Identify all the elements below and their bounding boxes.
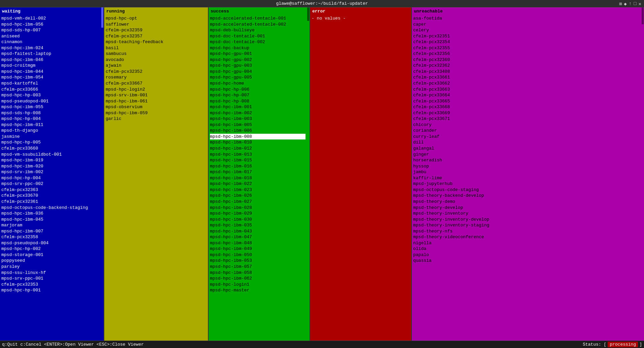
list-item[interactable]: mpsd-hpc-backup — [210, 45, 306, 51]
list-item[interactable]: ajwain — [106, 63, 207, 69]
list-item[interactable]: cfelm-pcx33668 — [413, 104, 640, 110]
list-item[interactable]: mpsd-octopus-code-staging — [413, 187, 640, 193]
list-item[interactable]: mpsd-srv-ibm-002 — [1, 169, 100, 175]
list-item[interactable]: mpsd-croitmgm — [1, 63, 100, 69]
list-item[interactable]: cfelm-pcx32352 — [106, 69, 207, 75]
list-item[interactable]: mpsd-hpc-gpu-003 — [210, 63, 306, 69]
list-item[interactable]: cfelm-pcx32351 — [413, 33, 640, 39]
list-item[interactable]: cfelm-pcx33408 — [413, 69, 640, 75]
list-item[interactable]: aniseed — [1, 33, 100, 39]
list-item[interactable]: mpsd-srv-ibm-001 — [106, 92, 207, 98]
list-item[interactable]: mpsd-hpc-ibm-006 — [210, 128, 306, 134]
list-item[interactable]: mpsd-jupyterhub — [413, 181, 640, 187]
list-item[interactable]: cfelm-pcx32359 — [106, 27, 207, 33]
list-item[interactable]: cfelm-pcx32356 — [413, 51, 640, 57]
list-item[interactable]: mpsd-hpc-ibm-055 — [1, 104, 100, 110]
list-item[interactable]: cfelm-pcx33662 — [413, 81, 640, 87]
list-item[interactable]: mpsd-hpc-ibm-047 — [210, 234, 306, 240]
list-item[interactable]: mpsd-hpc-ibm-026 — [210, 193, 306, 199]
list-item[interactable]: mpsd-hpc-ibm-016 — [210, 163, 306, 169]
list-item[interactable]: mpsd-hpc-hp-004 — [1, 116, 100, 122]
list-item[interactable]: garlic — [106, 116, 207, 122]
list-item[interactable]: celery — [413, 27, 640, 33]
list-item[interactable]: cfelm-pcx33663 — [413, 87, 640, 93]
list-item[interactable]: cfelm-pcx32362 — [413, 63, 640, 69]
list-item[interactable]: mpsd-accelerated-tentacle-002 — [210, 22, 306, 28]
unreachable-scrollbar-thumb[interactable] — [642, 7, 644, 24]
list-item[interactable]: mpsd-hpc-gpu-002 — [210, 57, 306, 63]
list-item[interactable]: mpsd-hpc-ibm-062 — [210, 276, 306, 282]
list-item[interactable]: galangal — [413, 146, 640, 152]
list-item[interactable]: marjoram — [1, 222, 100, 228]
titlebar-controls[interactable]: ⊞ ◆ ↑ □ ✕ — [619, 1, 641, 7]
list-item[interactable]: mpsd-srv-ppc-001 — [1, 276, 100, 282]
list-item[interactable]: mpsd-doc-tentacle-002 — [210, 39, 306, 45]
list-item[interactable]: mpsd-hpc-ibm-058 — [210, 270, 306, 276]
list-item[interactable]: mpsd-hpc-hp-002 — [1, 246, 100, 252]
list-item[interactable]: poppyseed — [1, 258, 100, 264]
list-item[interactable]: horseradish — [413, 157, 640, 163]
list-item[interactable]: mpsd-faitest-laptop — [1, 51, 100, 57]
list-item[interactable]: mpsd-vmh-dell-002 — [1, 15, 100, 22]
list-item[interactable]: mpsd-hpc-login2 — [106, 87, 207, 93]
list-item[interactable]: mpsd-observium — [106, 104, 207, 110]
list-item[interactable]: mpsd-theory-inventory-staging — [413, 222, 640, 228]
list-item[interactable]: mpsd-sds-hp-008 — [1, 110, 100, 116]
list-item[interactable]: parsley — [1, 264, 100, 270]
list-item[interactable]: mpsd-theory-videoconference — [413, 234, 640, 240]
list-item[interactable]: mpsd-hpc-ibm-007 — [1, 228, 100, 234]
list-item[interactable]: cfelm-pcx32354 — [413, 39, 640, 45]
list-item[interactable]: mpsd-hpc-ibm-001 — [210, 104, 306, 110]
list-item[interactable]: mpsd-hpc-ibm-015 — [210, 157, 306, 163]
list-item[interactable]: mpsd-hpc-ibm-005 — [210, 122, 306, 128]
list-item[interactable]: mpsd-hpc-ibm-022 — [210, 181, 306, 187]
list-item[interactable]: mpsd-hpc-ibm-020 — [1, 163, 100, 169]
list-item[interactable]: cfelm-pcx33661 — [413, 74, 640, 81]
list-item[interactable]: mpsd-hpc-ibm-044 — [1, 69, 100, 75]
list-item[interactable]: cfelm-pcx33666 — [1, 87, 100, 93]
list-item[interactable]: mpsd-hpc-ibm-023 — [210, 187, 306, 193]
list-item[interactable]: mpsd-hpc-ibm-017 — [210, 169, 306, 175]
pin-icon[interactable]: ↑ — [629, 1, 632, 7]
list-item[interactable]: mpsd-hpc-ibm-024 — [1, 45, 100, 51]
list-item[interactable]: mpsd-hpc-hp-003 — [1, 92, 100, 98]
list-item[interactable]: mpsd-hpc-hp-004 — [1, 175, 100, 181]
list-item[interactable]: ginger — [413, 152, 640, 158]
list-item[interactable]: mpsd-hpc-gpu-005 — [210, 74, 306, 81]
list-item[interactable]: mpsd-hpc-ibm-018 — [210, 175, 306, 181]
list-item[interactable]: cfelm-pcx32361 — [1, 199, 100, 205]
list-item[interactable]: curry-leaf — [413, 134, 640, 140]
list-item[interactable]: mpsd-teaching-feedback — [106, 39, 207, 45]
list-item[interactable]: mpsd-theory-backend-develop — [413, 193, 640, 199]
list-item[interactable]: cfelm-pcx33665 — [413, 98, 640, 104]
list-item[interactable]: cfelm-pcx32355 — [413, 45, 640, 51]
list-item[interactable]: cfelm-pcx33667 — [106, 81, 207, 87]
list-item[interactable]: mpsd-hpc-ibm-002 — [210, 110, 306, 116]
list-item[interactable]: asa-foetida — [413, 15, 640, 22]
list-item[interactable]: mpsd-hpc-ibm-059 — [106, 110, 207, 116]
list-item[interactable]: mpsd-hpc-hp-008 — [210, 98, 306, 104]
list-item[interactable]: mpsd-hpc-ibm-036 — [1, 211, 100, 217]
list-item[interactable]: mpsd-hpc-ibm-008 — [210, 134, 306, 140]
list-item[interactable]: mpsd-srv-ppc-002 — [1, 181, 100, 187]
list-item[interactable]: mpsd-hpc-ibm-049 — [210, 246, 306, 252]
list-item[interactable]: mpsd-hpc-opt — [106, 15, 207, 22]
list-item[interactable]: mpsd-hpc-ibm-056 — [1, 22, 100, 28]
list-item[interactable]: papalo — [413, 252, 640, 258]
list-item[interactable]: mpsd-pseudopod-004 — [1, 240, 100, 246]
list-item[interactable]: cfelm-pcx32353 — [1, 282, 100, 288]
list-item[interactable]: mpsd-pseudopod-001 — [1, 98, 100, 104]
list-item[interactable]: - no values - — [312, 15, 410, 22]
list-item[interactable]: mpsd-hpc-ibm-019 — [1, 157, 100, 163]
list-item[interactable]: safflower — [106, 22, 207, 28]
list-item[interactable]: cfelm-pcx33664 — [413, 92, 640, 98]
list-item[interactable]: mpsd-accelerated-tentacle-001 — [210, 15, 306, 22]
list-item[interactable]: basil — [106, 45, 207, 51]
list-item[interactable]: mpsd-octopus-code-backend-staging — [1, 205, 100, 211]
list-item[interactable]: coriander — [413, 128, 640, 134]
list-item[interactable]: mpsd-storage-001 — [1, 252, 100, 258]
list-item[interactable]: mpsd-hpc-ibm-061 — [106, 98, 207, 104]
list-item[interactable]: mpsd-hpc-home — [210, 81, 306, 87]
list-item[interactable]: mpsd-hpc-login1 — [210, 282, 306, 288]
list-item[interactable]: mpsd-hpc-ibm-010 — [210, 139, 306, 146]
